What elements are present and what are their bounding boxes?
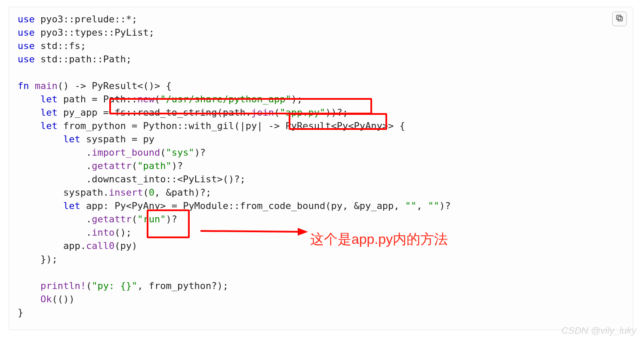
code-text [18, 134, 63, 144]
code-text: path = Path:: [58, 94, 137, 104]
code-text: ( [274, 107, 280, 118]
code-text: ( [160, 147, 166, 158]
string: "run" [137, 214, 166, 224]
code-text: std::fs; [35, 40, 86, 51]
kw-use: use [18, 54, 35, 65]
kw-use: use [18, 27, 35, 38]
code-text: (); [114, 227, 132, 238]
code-text: } [18, 307, 23, 318]
code-text: app: Py<PyAny> = PyModule::from_code_bou… [80, 200, 405, 211]
kw-use: use [18, 40, 35, 51]
fn-call: into [92, 227, 114, 238]
code-text: . [18, 147, 92, 158]
fn-call: getattr [92, 160, 132, 171]
code-text: , &path)?; [154, 187, 211, 198]
string: "py: {}" [92, 280, 137, 291]
string: "/usr/share/python_app" [160, 94, 291, 104]
fn-call: import_bound [92, 147, 160, 158]
code-text: app. [18, 240, 86, 251]
code-text: }); [18, 254, 58, 264]
fn-call: Ok [40, 294, 52, 304]
code-text: (py) [114, 240, 137, 251]
macro: println! [40, 280, 86, 291]
code-text: () -> PyResult<()> { [58, 80, 172, 91]
kw-use: use [18, 14, 35, 25]
code-text: pyo3::prelude::*; [35, 14, 137, 25]
kw-let: let [40, 120, 58, 131]
code-text: )? [194, 147, 206, 158]
code-text: )? [172, 160, 183, 171]
code-block: use pyo3::prelude::*; use pyo3::types::P… [9, 7, 633, 330]
number: 0 [149, 187, 154, 198]
code-text [18, 294, 40, 304]
copy-icon [615, 14, 624, 24]
code-text: ( [132, 214, 137, 224]
code-text: ))?; [325, 107, 348, 118]
code-text: . [18, 160, 92, 171]
fn-name: main [35, 80, 58, 91]
code-text: ( [143, 187, 148, 198]
code-text: syspath = py [80, 134, 154, 144]
string: "" [405, 200, 417, 211]
fn-call: getattr [92, 214, 132, 224]
code-text: )? [166, 214, 177, 224]
code-text: std::path::Path; [35, 54, 132, 65]
fn-call: new [137, 94, 154, 104]
code-text: syspath. [18, 187, 109, 198]
svg-rect-1 [616, 15, 621, 19]
fn-call: join [251, 107, 274, 118]
kw-let: let [40, 107, 58, 118]
copy-button[interactable] [612, 12, 627, 26]
code-text: . [18, 214, 92, 224]
code-text [18, 120, 40, 131]
code-text: ); [291, 94, 303, 104]
code-text: )? [439, 200, 451, 211]
code-text: , [416, 200, 428, 211]
code-text: py_app = fs::read_to_string(path. [58, 107, 251, 118]
code-text: ( [154, 94, 160, 104]
kw-let: let [63, 134, 80, 144]
string: "app.py" [280, 107, 325, 118]
kw-let: let [63, 200, 80, 211]
code-text [18, 94, 40, 104]
code-text [18, 200, 63, 211]
string: "" [428, 200, 440, 211]
fn-call: insert [109, 187, 143, 198]
code-text [18, 107, 40, 118]
code-text: .downcast_into::<PyList>()?; [18, 174, 246, 184]
code-text: ( [132, 160, 137, 171]
code-text: . [18, 227, 92, 238]
code-content: use pyo3::prelude::*; use pyo3::types::P… [18, 12, 624, 319]
code-text [18, 280, 40, 291]
svg-rect-0 [618, 17, 622, 21]
fn-call: call0 [86, 240, 114, 251]
code-text: from_python = Python::with_gil(|py| -> P… [58, 120, 405, 131]
code-text: , from_python?); [137, 280, 228, 291]
code-text: (()) [52, 294, 74, 304]
code-text: ( [86, 280, 92, 291]
kw-let: let [40, 94, 58, 104]
string: "path" [137, 160, 171, 171]
code-text: pyo3::types::PyList; [35, 27, 154, 38]
kw-fn: fn [18, 80, 35, 91]
string: "sys" [166, 147, 194, 158]
